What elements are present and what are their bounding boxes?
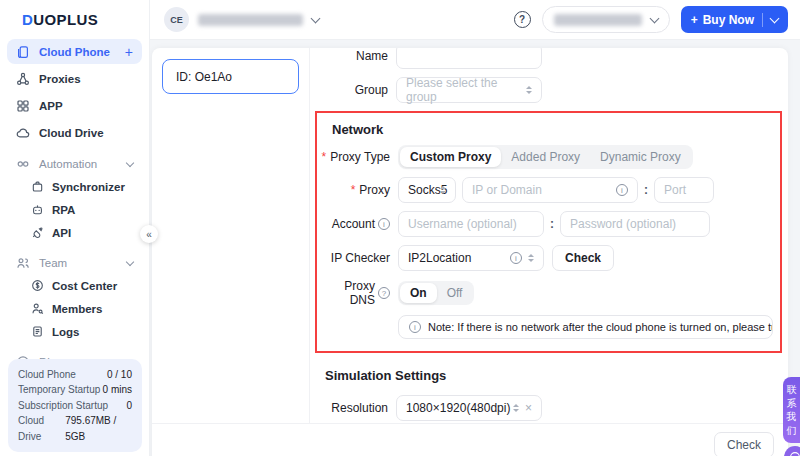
- network-section-highlight: Network *Proxy Type Custom Proxy Added P…: [315, 111, 782, 353]
- buy-now-button[interactable]: + Buy Now: [681, 6, 788, 33]
- top-header: CE ? + Buy Now: [150, 0, 800, 40]
- automation-icon: [16, 157, 30, 171]
- sidebar-section-label: Automation: [39, 158, 97, 170]
- stat-value: 0: [126, 398, 132, 414]
- proxy-dns-on[interactable]: On: [400, 283, 437, 303]
- sidebar-item-label: Proxies: [39, 73, 81, 85]
- proxy-dns-toggle: On Off: [398, 281, 474, 305]
- stat-row: Subscription Startup0: [18, 398, 132, 414]
- password-input[interactable]: [570, 217, 700, 231]
- check-button[interactable]: Check: [714, 432, 774, 456]
- chevron-down-icon[interactable]: [770, 13, 780, 23]
- members-icon: [31, 302, 44, 315]
- ip-checker-select[interactable]: IP2Location i: [398, 245, 544, 271]
- panel-footer: Check: [152, 423, 788, 456]
- chevron-down-icon[interactable]: [311, 13, 321, 23]
- ip-domain-input[interactable]: [472, 183, 610, 197]
- select-caret-icon: [440, 186, 446, 194]
- required-mark: *: [351, 183, 356, 197]
- header-right-group: ? + Buy Now: [514, 6, 788, 33]
- check-proxy-button[interactable]: Check: [552, 245, 614, 271]
- name-label: Name: [310, 49, 388, 63]
- sidebar-item-label: Synchronizer: [52, 181, 125, 193]
- sidebar-item-label: Cloud Phone: [39, 46, 110, 58]
- workspace-name-redacted: [198, 14, 303, 26]
- contact-char: 联: [787, 384, 797, 397]
- simulation-settings-title: Simulation Settings: [325, 368, 788, 383]
- colon-separator: :: [644, 183, 648, 197]
- sidebar-item-label: Cost Center: [52, 280, 117, 292]
- logo-text: UOPLUS: [33, 11, 98, 28]
- app-window: DUOPLUS Cloud Phone + Proxies APP Cloud …: [0, 0, 800, 456]
- group-label: Group: [310, 83, 388, 97]
- chevron-down-icon: [126, 257, 134, 265]
- sidebar-item-cloud-phone[interactable]: Cloud Phone +: [7, 39, 142, 64]
- buy-now-label: Buy Now: [703, 13, 754, 27]
- add-cloud-phone-icon[interactable]: +: [125, 44, 133, 60]
- sidebar-item-members[interactable]: Members: [0, 297, 149, 320]
- panel-body: ID: Oe1Ao Name Group Please select the g…: [152, 48, 788, 423]
- group-select[interactable]: Please select the group: [396, 77, 542, 103]
- help-icon[interactable]: ?: [514, 11, 531, 28]
- logs-icon: [31, 325, 44, 338]
- resolution-row: Resolution 1080×1920(480dpi) ×: [310, 395, 788, 421]
- main-area: CE ? + Buy Now: [150, 0, 800, 456]
- proxy-type-option-added[interactable]: Added Proxy: [501, 147, 590, 167]
- sidebar-item-label: Members: [52, 303, 103, 315]
- sidebar-section-automation[interactable]: Automation: [7, 153, 142, 175]
- port-input[interactable]: [664, 183, 704, 197]
- account-dropdown[interactable]: [542, 6, 670, 33]
- sidebar-item-label: RPA: [52, 204, 75, 216]
- username-input-wrap: [398, 211, 544, 237]
- duoplus-logo: DUOPLUS: [0, 0, 149, 37]
- sidebar-item-app[interactable]: APP: [7, 93, 142, 118]
- stat-row: Cloud Drive795.67MB / 5GB: [18, 413, 132, 444]
- proxy-dns-off[interactable]: Off: [437, 283, 473, 303]
- select-caret-icon: [513, 404, 519, 412]
- sidebar-item-api[interactable]: API: [0, 221, 149, 244]
- edit-phone-panel: ID: Oe1Ao Name Group Please select the g…: [152, 48, 788, 456]
- resolution-label: Resolution: [310, 401, 388, 415]
- chevron-down-icon: [126, 158, 134, 166]
- ip-input-wrap: i: [462, 177, 638, 203]
- proxy-dns-label: Proxy DNS?: [317, 279, 390, 307]
- group-select-value: Please select the group: [406, 76, 520, 104]
- clear-icon[interactable]: ×: [525, 401, 532, 415]
- sidebar-item-label: Logs: [52, 326, 79, 338]
- sidebar-item-cost-center[interactable]: Cost Center: [0, 274, 149, 297]
- stat-row: Temporary Startup0 mins: [18, 382, 132, 398]
- resolution-select[interactable]: 1080×1920(480dpi) ×: [396, 395, 542, 421]
- sidebar-collapse-button[interactable]: «: [140, 225, 158, 243]
- workspace-avatar[interactable]: CE: [164, 7, 189, 32]
- collapse-icon: «: [146, 229, 152, 240]
- contact-char: 系: [787, 398, 797, 411]
- password-input-wrap: [560, 211, 710, 237]
- sidebar-item-label: APP: [39, 100, 63, 112]
- device-card-selected[interactable]: ID: Oe1Ao: [162, 59, 299, 94]
- info-icon: i: [510, 252, 522, 264]
- chat-bubble-icon[interactable]: [784, 446, 800, 456]
- sidebar-item-synchronizer[interactable]: Synchronizer: [0, 175, 149, 198]
- protocol-select[interactable]: Socks5: [398, 177, 456, 203]
- ip-checker-value: IP2Location: [408, 251, 504, 265]
- proxy-type-option-dynamic[interactable]: Dynamic Proxy: [590, 147, 691, 167]
- sidebar-item-rpa[interactable]: RPA: [0, 198, 149, 221]
- proxy-label: *Proxy: [317, 183, 390, 197]
- username-input[interactable]: [408, 217, 534, 231]
- info-icon: i: [616, 184, 628, 196]
- sidebar-item-proxies[interactable]: Proxies: [7, 66, 142, 91]
- contact-us-tab[interactable]: 联 系 我 们: [783, 377, 800, 443]
- sidebar-item-cloud-drive[interactable]: Cloud Drive: [7, 120, 142, 145]
- sidebar-item-logs[interactable]: Logs: [0, 320, 149, 343]
- proxy-type-option-custom[interactable]: Custom Proxy: [400, 147, 501, 167]
- stat-value: 0 mins: [103, 382, 132, 398]
- app-grid-icon: [16, 99, 30, 113]
- content-area: ID: Oe1Ao Name Group Please select the g…: [150, 40, 800, 456]
- button-divider: [762, 13, 763, 27]
- group-row: Group Please select the group: [310, 77, 788, 103]
- port-input-wrap: [654, 177, 714, 203]
- protocol-value: Socks5: [408, 183, 434, 197]
- sidebar-section-team[interactable]: Team: [7, 252, 142, 274]
- account-name-redacted: [554, 14, 642, 26]
- name-input[interactable]: [406, 49, 532, 63]
